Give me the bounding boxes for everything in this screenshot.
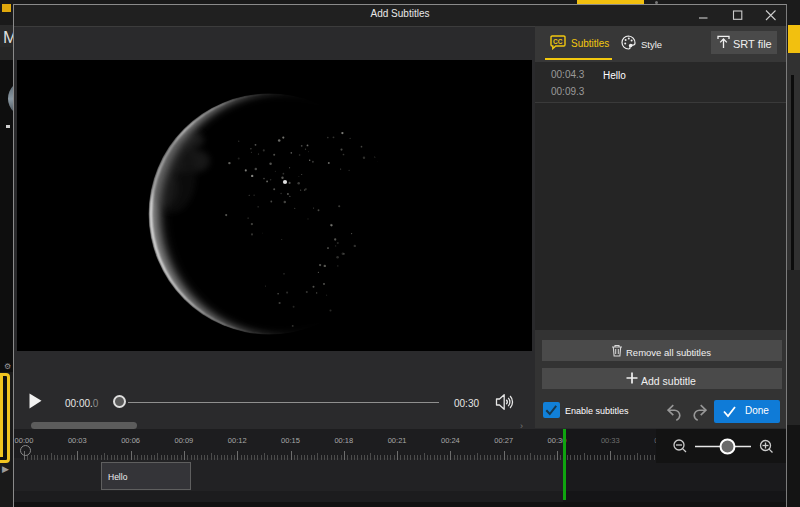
svg-text:CC: CC <box>553 38 563 45</box>
